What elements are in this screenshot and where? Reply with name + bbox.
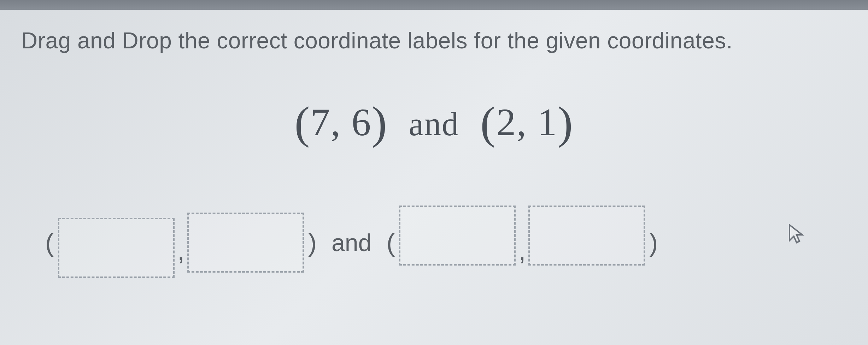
coord-1-x: 7	[311, 101, 331, 144]
cursor-icon	[787, 224, 804, 246]
connector-text: and	[409, 105, 459, 143]
drop-zone-4[interactable]	[528, 206, 645, 266]
answer-close-paren-1: )	[308, 228, 317, 257]
answer-comma-1: ,	[177, 237, 184, 273]
answer-open-paren-1: (	[45, 228, 54, 257]
answer-connector: and	[332, 229, 371, 256]
drop-zone-3[interactable]	[399, 206, 516, 266]
close-paren-2: )	[557, 97, 573, 148]
answer-comma-2: ,	[518, 237, 526, 273]
answer-close-paren-2: )	[649, 228, 658, 257]
coord-1-y: 6	[352, 101, 372, 144]
coord-2-y: 1	[537, 101, 557, 144]
drop-zone-1[interactable]	[58, 218, 175, 278]
top-bar	[0, 0, 868, 10]
coordinates-display: (7, 6) and (2, 1)	[21, 96, 847, 149]
close-paren-1: )	[372, 97, 388, 148]
question-content: Drag and Drop the correct coordinate lab…	[0, 10, 868, 290]
coord-2-x: 2	[496, 101, 516, 144]
answer-open-paren-2: (	[386, 228, 395, 257]
instruction-text: Drag and Drop the correct coordinate lab…	[21, 28, 847, 54]
open-paren-2: (	[480, 97, 496, 148]
drop-zone-2[interactable]	[187, 213, 304, 273]
open-paren-1: (	[294, 97, 310, 148]
answer-row: ( , ) and ( , )	[21, 213, 847, 273]
